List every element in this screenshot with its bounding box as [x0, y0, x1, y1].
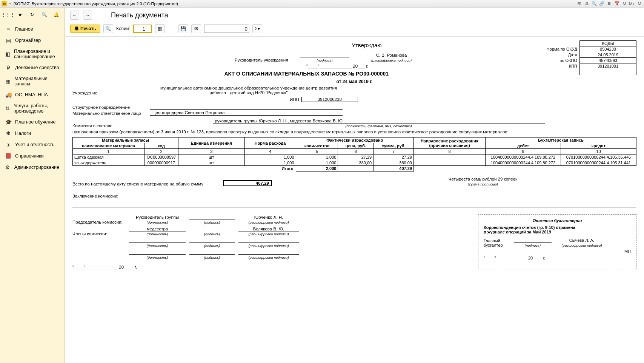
- m-icon[interactable]: M: [621, 1, 627, 7]
- sidebar-item-label: Услуги, работы, производство: [14, 103, 59, 114]
- star-icon[interactable]: ★: [17, 11, 23, 18]
- page-title: Печать документа: [111, 11, 168, 19]
- sidebar-icon: 🚚: [5, 92, 11, 98]
- print-button[interactable]: 🖶Печать: [70, 25, 100, 33]
- sidebar-item-label: ОС, НМА, НПА: [15, 92, 48, 97]
- order-text: назначенная приказом (распоряжением) от …: [72, 130, 636, 134]
- copies-input[interactable]: [133, 25, 152, 33]
- sidebar-item-8[interactable]: ✱Налоги: [0, 128, 65, 139]
- total-words: Четыреста семь рублей 29 копеек: [419, 177, 547, 182]
- table-row: языкодержатель000000000917шт1,0001,00038…: [73, 160, 636, 166]
- sidebar-icon: ⇅: [5, 105, 10, 111]
- sidebar-item-label: Учет и отчетность: [15, 142, 54, 147]
- sidebar-item-1[interactable]: ▤Органайзер: [0, 35, 65, 46]
- org-name: муниципальное автономное дошкольное обра…: [152, 86, 345, 95]
- dropdown-icon[interactable]: ▾: [8, 1, 13, 6]
- table-row: щетка одежнаяОС0000008597шт1,0001,00027,…: [73, 154, 636, 160]
- history-icon[interactable]: ↻: [29, 11, 35, 18]
- accounting-note: Отметка бухгалтерии Корреспонденция счет…: [478, 214, 636, 269]
- sidebar-item-0[interactable]: ≡Главное: [0, 23, 65, 35]
- sidebar-item-label: Платное обучение: [15, 119, 55, 125]
- sidebar-item-6[interactable]: ⇅Услуги, работы, производство: [0, 100, 65, 116]
- sidebar-item-4[interactable]: ▦Материальные запасы: [0, 73, 65, 89]
- preview-button[interactable]: 🔍: [103, 24, 113, 33]
- inn: 3912006238: [301, 97, 358, 102]
- sidebar-icon: ⚙: [5, 164, 11, 170]
- head-name: С. В. Романова: [361, 53, 422, 58]
- head-label: Руководитель учреждения: [235, 58, 288, 62]
- mail-button[interactable]: ✉: [191, 24, 201, 33]
- m-icon-2[interactable]: M: [636, 1, 642, 7]
- tool-icon[interactable]: 🖫: [576, 1, 582, 7]
- save-button[interactable]: 💾: [178, 24, 188, 33]
- sidebar-icon: ≡: [5, 26, 11, 32]
- sidebar-item-label: Материальные запасы: [14, 76, 59, 87]
- sidebar: ⋮⋮⋮ ★ ↻ 🔍 🔔 ≡Главное▤Органайзер◧Планиров…: [0, 8, 65, 363]
- sidebar-item-label: Администрирование: [14, 165, 59, 170]
- sidebar-item-label: Главное: [15, 26, 33, 32]
- mol-name: Целогородцева Светлана Петровна: [150, 110, 343, 116]
- sidebar-item-label: Планирование и санкционирование: [14, 49, 59, 59]
- commission-members: руководитель группы Юрченко Л. Н., медсе…: [213, 119, 545, 124]
- printer-icon: 🖶: [74, 26, 79, 31]
- link-icon[interactable]: 🔗: [599, 1, 605, 7]
- forward-button[interactable]: →: [83, 11, 92, 20]
- codes-table: КОДЫ Форма по ОКУД0504230 Дата24.05.2019…: [544, 40, 637, 75]
- approve-label: Утверждаю: [329, 42, 404, 48]
- app-icon-1c: 1c: [2, 1, 7, 6]
- sidebar-item-label: Справочники: [15, 153, 44, 159]
- sidebar-item-7[interactable]: 🎓Платное обучение: [0, 116, 65, 128]
- sidebar-item-label: Органайзер: [15, 38, 41, 43]
- sum-button[interactable]: Σ ▾: [252, 24, 262, 33]
- calc-icon[interactable]: 🖩: [606, 1, 612, 7]
- back-button[interactable]: ←: [70, 11, 79, 20]
- sidebar-item-2[interactable]: ◧Планирование и санкционирование: [0, 46, 65, 62]
- sidebar-item-3[interactable]: ₽Денежные средства: [0, 62, 65, 73]
- search-icon[interactable]: 🔍: [41, 11, 48, 18]
- sidebar-icon: ◧: [5, 51, 10, 57]
- sidebar-item-label: Денежные средства: [15, 65, 59, 70]
- document-body: КОДЫ Форма по ОКУД0504230 Дата24.05.2019…: [65, 37, 644, 363]
- total-sum: 407,29: [223, 180, 272, 186]
- sidebar-icon: ▦: [5, 78, 11, 84]
- sidebar-icon: 📕: [5, 153, 11, 159]
- m-plus-icon[interactable]: M+: [629, 1, 635, 7]
- sidebar-item-5[interactable]: 🚚ОС, НМА, НПА: [0, 89, 65, 100]
- number-input[interactable]: [204, 25, 249, 33]
- act-date: от 24 мая 2019 г.: [72, 79, 636, 84]
- sidebar-icon: ▤: [5, 37, 11, 43]
- sidebar-item-11[interactable]: ⚙Администрирование: [0, 162, 65, 173]
- window-title: [КОПИЯ] Бухгалтерия государственного учр…: [14, 2, 178, 6]
- sidebar-icon: ✱: [5, 130, 11, 136]
- search-tool-icon[interactable]: 🔍: [591, 1, 597, 7]
- apps-icon[interactable]: ⋮⋮⋮: [5, 11, 11, 18]
- sidebar-item-label: Налоги: [15, 131, 31, 136]
- materials-table: Материальные запасы Едини­ца изме­рения …: [72, 137, 636, 171]
- sidebar-icon: ₽: [5, 65, 11, 71]
- sidebar-icon: 🎓: [5, 119, 11, 125]
- sidebar-icon: ᚕ: [5, 142, 11, 148]
- calendar-icon[interactable]: 📅: [614, 1, 620, 7]
- print-icon[interactable]: 🖶: [584, 1, 590, 7]
- sidebar-item-10[interactable]: 📕Справочники: [0, 150, 65, 162]
- table-button[interactable]: ▦: [155, 24, 165, 33]
- bell-icon[interactable]: 🔔: [53, 11, 60, 18]
- copies-label: Копий:: [116, 26, 130, 31]
- window-titlebar: 1c ▾ [КОПИЯ] Бухгалтерия государственног…: [0, 0, 644, 8]
- sidebar-item-9[interactable]: ᚕУчет и отчетность: [0, 139, 65, 150]
